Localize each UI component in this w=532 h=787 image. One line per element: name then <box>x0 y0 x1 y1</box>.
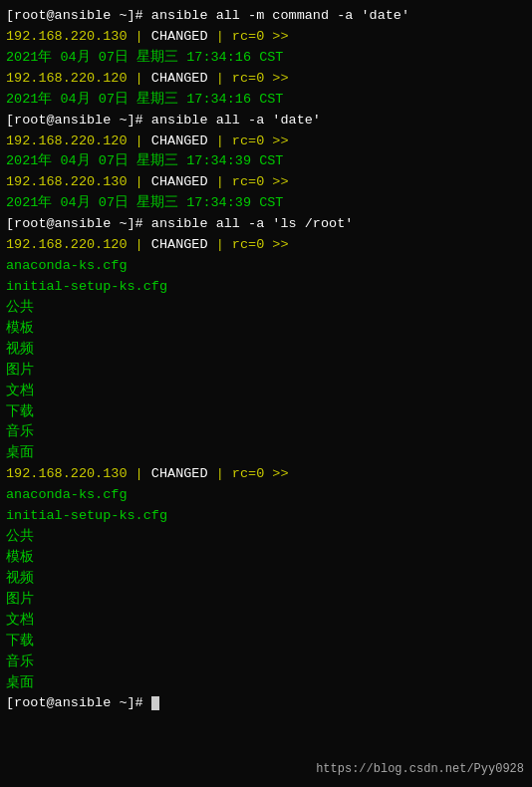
terminal-line: 视频 <box>6 340 528 361</box>
terminal-line: 192.168.220.130 | CHANGED | rc=0 >> <box>6 464 528 485</box>
terminal-line: 192.168.220.120 | CHANGED | rc=0 >> <box>6 235 528 256</box>
terminal-line: 桌面 <box>6 443 528 464</box>
terminal-line: 2021年 04月 07日 星期三 17:34:16 CST <box>6 90 528 111</box>
terminal-line: 公共 <box>6 298 528 319</box>
cursor <box>151 696 159 710</box>
terminal-line: 文档 <box>6 382 528 402</box>
terminal-line: 192.168.220.120 | CHANGED | rc=0 >> <box>6 69 528 90</box>
terminal-line: initial-setup-ks.cfg <box>6 277 528 298</box>
terminal-line: 音乐 <box>6 422 528 443</box>
terminal-line: 公共 <box>6 527 528 548</box>
terminal-line: [root@ansible ~]# ansible all -a 'date' <box>6 111 528 131</box>
terminal-line: 模板 <box>6 548 528 569</box>
terminal-line: 桌面 <box>6 673 528 694</box>
terminal-line: anaconda-ks.cfg <box>6 256 528 277</box>
terminal-line: 2021年 04月 07日 星期三 17:34:39 CST <box>6 151 528 172</box>
terminal-line: 音乐 <box>6 653 528 673</box>
terminal-line: 模板 <box>6 319 528 340</box>
terminal-line: 下载 <box>6 402 528 423</box>
terminal-line: [root@ansible ~]# ansible all -m command… <box>6 6 528 27</box>
terminal-line: [root@ansible ~]# ansible all -a 'ls /ro… <box>6 214 528 235</box>
terminal-line: 192.168.220.130 | CHANGED | rc=0 >> <box>6 27 528 48</box>
terminal-line: 192.168.220.120 | CHANGED | rc=0 >> <box>6 131 528 152</box>
terminal-line: 视频 <box>6 569 528 590</box>
terminal-line: 2021年 04月 07日 星期三 17:34:16 CST <box>6 48 528 69</box>
terminal: [root@ansible ~]# ansible all -m command… <box>0 0 532 787</box>
terminal-line: 下载 <box>6 632 528 653</box>
terminal-line: 文档 <box>6 611 528 632</box>
terminal-line: 图片 <box>6 361 528 382</box>
url-text: https://blog.csdn.net/Pyy0928 <box>316 760 524 779</box>
terminal-line: 图片 <box>6 590 528 611</box>
terminal-line: 192.168.220.130 | CHANGED | rc=0 >> <box>6 172 528 193</box>
terminal-line: 2021年 04月 07日 星期三 17:34:39 CST <box>6 193 528 214</box>
terminal-line: anaconda-ks.cfg <box>6 485 528 506</box>
terminal-line: [root@ansible ~]# <box>6 693 528 714</box>
terminal-line: initial-setup-ks.cfg <box>6 506 528 527</box>
